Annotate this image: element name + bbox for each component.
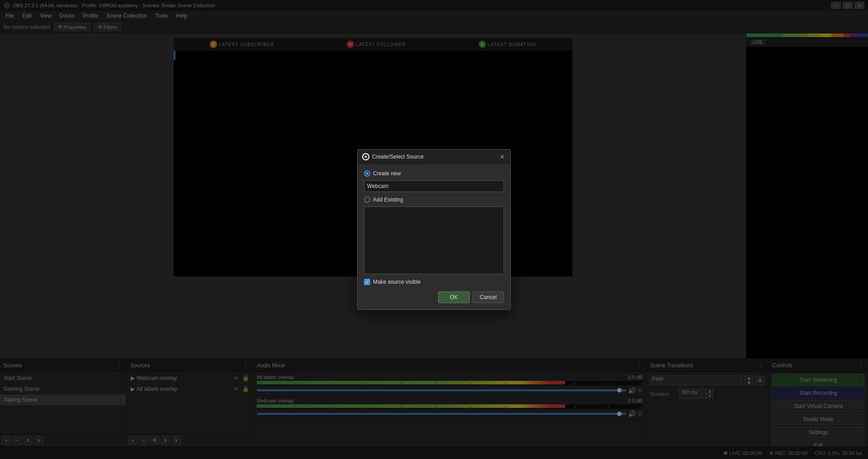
create-new-label: Create new xyxy=(373,170,401,177)
modal-header: Create/Select Source ✕ xyxy=(358,150,510,164)
create-new-row: Create new xyxy=(364,170,504,177)
create-new-radio[interactable] xyxy=(364,170,370,177)
modal-overlay: Create/Select Source ✕ Create new Add Ex… xyxy=(0,0,868,459)
modal-title-row: Create/Select Source xyxy=(362,153,424,160)
existing-sources-list[interactable] xyxy=(364,206,504,274)
make-visible-checkbox[interactable] xyxy=(364,279,370,285)
modal-ok-button[interactable]: OK xyxy=(438,291,470,303)
create-select-source-modal: Create/Select Source ✕ Create new Add Ex… xyxy=(357,149,511,310)
obs-logo xyxy=(362,153,369,160)
modal-cancel-button[interactable]: Cancel xyxy=(472,291,504,303)
make-visible-label: Make source visible xyxy=(373,279,420,285)
modal-footer: OK Cancel xyxy=(364,291,504,303)
modal-body: Create new Add Existing Make source visi… xyxy=(358,164,510,309)
source-name-input[interactable] xyxy=(364,180,504,192)
add-existing-row: Add Existing xyxy=(364,197,504,203)
modal-title: Create/Select Source xyxy=(372,154,424,160)
modal-close-button[interactable]: ✕ xyxy=(499,153,506,160)
make-visible-row: Make source visible xyxy=(364,279,504,285)
svg-point-4 xyxy=(365,156,367,157)
add-existing-radio[interactable] xyxy=(364,197,370,203)
add-existing-label: Add Existing xyxy=(373,197,403,203)
